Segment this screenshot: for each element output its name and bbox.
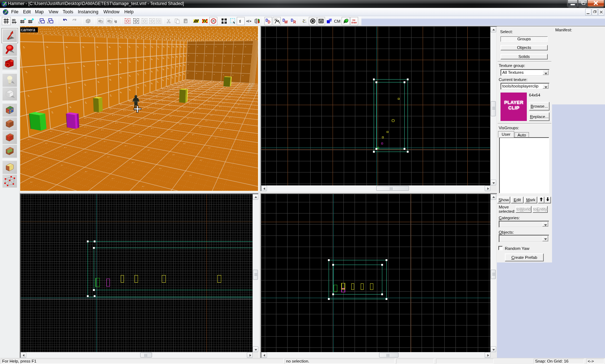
svg-text:W: W	[284, 20, 288, 24]
svg-text:s: s	[47, 21, 49, 24]
svg-text:ig: ig	[115, 19, 117, 23]
svg-text:L: L	[39, 21, 40, 24]
svg-text:tl: tl	[239, 19, 241, 23]
svg-text:CM: CM	[334, 19, 340, 23]
svg-text:R: R	[213, 19, 215, 23]
svg-text:3D: 3D	[12, 18, 15, 22]
svg-text:camera: camera	[21, 27, 35, 32]
svg-text:D: D	[268, 20, 270, 24]
svg-text:no: no	[352, 19, 355, 21]
svg-text:tl: tl	[248, 19, 249, 23]
svg-text:draw: draw	[351, 21, 357, 24]
svg-text:R: R	[293, 20, 296, 24]
